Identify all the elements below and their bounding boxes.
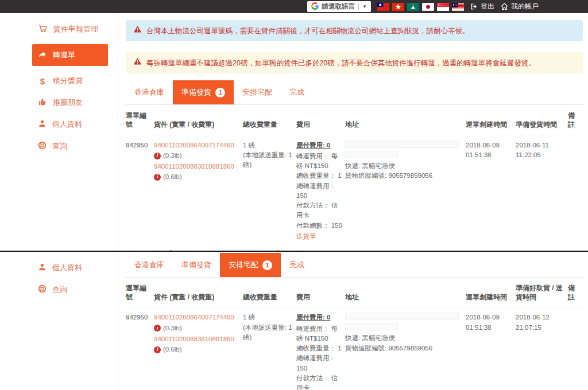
sidebar-item-inquiry[interactable]: 查詢 [38,139,118,153]
header-remark: 備註 [568,111,579,129]
info-icon[interactable]: i [154,346,161,353]
table-header-row: 運單編號 貨件 (實重 / 收費重) 總收費重量 費用 地址 運單創建時間 準備… [126,105,583,135]
flag-taiwan-icon[interactable] [377,3,389,11]
language-flags [377,3,464,11]
total-weight: 1 磅 [243,141,293,150]
cargo-tracking-number: 貨物追蹤編號: 905579859056 [345,344,463,353]
header-created-time: 運單創建時間 [466,292,513,302]
sidebar-item-inquiry[interactable]: 查詢 [38,283,118,297]
warning-triangle-icon [133,57,142,68]
cart-icon [38,24,48,34]
tab-label: 香港倉庫 [134,87,164,98]
tab-label: 準備發貨 [181,87,211,98]
fee-line: 付款總數： 150 [296,221,342,231]
tab-arrange-delivery[interactable]: 安排宅配 [234,80,281,104]
flag-singapore-icon[interactable] [437,3,449,11]
user-icon [38,263,47,273]
logout-icon [470,3,478,10]
tabs-section2: 香港倉庫 準備發貨 安排宅配 1 完成 [126,253,583,278]
account-button[interactable]: 我的帳戶 [501,2,539,11]
package-tracking-link[interactable]: 9400110200883810881860 [154,162,240,171]
package-tracking-link[interactable]: 9400110200883810881860 [154,334,240,344]
tab-hk-warehouse[interactable]: 香港倉庫 [126,80,173,104]
order-number: 942950 [126,141,151,242]
fee-line: 轉運費用： 每磅 NT$150 [296,324,342,344]
sidebar: 貨件申報管理 轉運單 $ 積分獎賞 推薦朋友 個人資料 查詢 [0,13,118,251]
header-order-no: 運單編號 [126,283,151,302]
sidebar-item-profile[interactable]: 個人資料 [38,118,118,131]
redacted-address-line [345,141,459,148]
sidebar-item-label: 貨件申報管理 [53,24,98,34]
total-weight-note: (本地派送重量: 1 磅) [243,323,293,343]
info-icon[interactable]: i [154,174,161,181]
sidebar-item-label: 查詢 [52,284,67,295]
tab-hk-warehouse[interactable]: 香港倉庫 [126,253,173,277]
package-tracking-link[interactable]: 9400110200864007174460 [154,313,240,322]
flag-hongkong-icon[interactable] [392,3,404,11]
main-content: 台灣本土物流公司運單號碼，需要在貨件清關後，才可在相關物流公司網站上查詢狀況，請… [118,13,588,251]
tab-arrange-delivery[interactable]: 安排宅配 1 [220,253,281,277]
created-time-cell: 2018-06-09 01:51:38 [466,313,513,390]
created-time: 01:51:38 [466,323,513,333]
fee-due-link[interactable]: 應付費用: 0 [296,141,330,150]
tab-label: 香港倉庫 [134,260,164,270]
sidebar-item-label: 查詢 [52,141,67,151]
logout-button[interactable]: 登出 [470,2,494,11]
flag-macau-icon[interactable] [407,3,419,11]
created-time: 01:51:38 [466,150,513,160]
user-icon [38,119,47,130]
redacted-address-line [345,313,459,320]
alert-logistics-info: 台灣本土物流公司運單號碼，需要在貨件清關後，才可在相關物流公司網站上查詢狀況，請… [126,20,583,41]
tab-label: 準備發貨 [181,260,211,270]
fee-due-link[interactable]: 應付費用: 0 [296,313,330,322]
table-row: 942950 9400110200864007174460 i(0.3lb) 9… [126,307,583,390]
ready-time-cell: 2018-06-12 21:07:15 [516,313,565,390]
sidebar-item-label: 個人資料 [52,263,82,273]
table-row: 942950 9400110200864007174460 i(0.3lb) 9… [126,135,583,242]
tab-ready-to-ship[interactable]: 準備發貨 [173,253,220,277]
flag-malaysia-icon[interactable] [452,3,464,11]
delivery-note-link[interactable]: 送貨單 [296,232,342,241]
fee-line: 總轉運費用： 150 [296,353,342,373]
sidebar-continued: 個人資料 查詢 [0,252,118,390]
tab-label: 完成 [289,87,304,98]
sidebar-item-profile[interactable]: 個人資料 [38,261,118,275]
created-date: 2018-06-09 [466,313,513,322]
address-cell: 快遞: 黑貓宅急便 貨物追蹤編號: 905579859056 [345,313,463,390]
header-ready-time: 準備發貨時間 [516,120,565,129]
ready-time-cell: 2018-06-11 11:22:05 [516,141,565,242]
tab-done[interactable]: 完成 [281,80,313,104]
header-pickup-delivery-time: 準備好取貨 / 送貨時間 [516,283,565,302]
sidebar-item-shipment-management[interactable]: 貨件申報管理 [38,22,118,36]
package-tracking-link[interactable]: 9400110200864007174460 [154,141,240,150]
sidebar-item-refer-friends[interactable]: 推薦朋友 [38,96,118,110]
tab-done[interactable]: 完成 [281,253,313,277]
auto-delete-note: 轉運單不能人手刪除，超過90天的轉運單會自動在系統中刪除。 [127,249,583,251]
google-logo-icon [311,2,319,11]
forward-arrow-icon [38,50,47,60]
info-icon[interactable]: i [154,325,161,332]
sidebar-item-transfer-order[interactable]: 轉運單 [32,44,108,66]
sidebar-item-rewards[interactable]: $ 積分獎賞 [38,74,118,88]
created-time-cell: 2018-06-09 01:51:38 [466,141,513,242]
redacted-address-line [345,151,398,158]
cargo-tracking-number: 貨物追蹤編號: 905579859056 [345,171,463,181]
remark-cell [568,141,579,242]
tab-ready-to-ship[interactable]: 準備發貨 1 [173,80,234,104]
fee-line: 付款方法： 信用卡 [296,373,342,390]
info-icon[interactable]: i [154,153,161,159]
ready-date: 2018-06-12 [516,313,565,322]
dollar-icon: $ [38,76,47,86]
google-translate-widget[interactable]: 請選取語言 ▼ [307,1,371,12]
packages-cell: 9400110200864007174460 i(0.3lb) 94001102… [154,313,240,390]
courier-name: 快遞: 黑貓宅急便 [345,333,463,343]
packages-cell: 9400110200864007174460 i(0.3lb) 94001102… [154,141,240,242]
alert-text: 台灣本土物流公司運單號碼，需要在貨件清關後，才可在相關物流公司網站上查詢狀況，請… [146,26,470,36]
thumbs-up-icon [38,98,47,108]
package-weight: (0.3lb) [163,151,182,161]
flag-japan-icon[interactable] [422,3,434,11]
header-order-no: 運單編號 [126,111,151,129]
total-weight: 1 磅 [243,313,293,322]
ready-date: 2018-06-11 [516,141,565,150]
topbar: 請選取語言 ▼ 登出 我的帳戶 [0,0,588,13]
